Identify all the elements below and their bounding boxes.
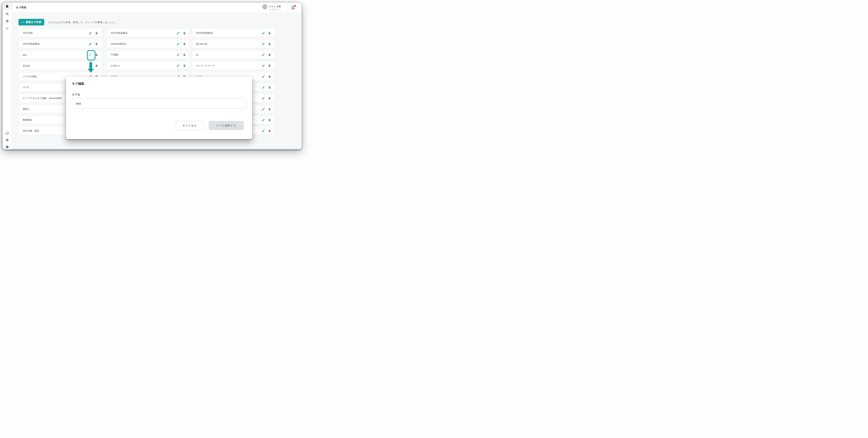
create-tag-button-label: 新規タグ作成 [26,20,41,24]
tag-name: あああ [23,64,30,67]
tag-card-actions [261,105,271,113]
arrow-head-icon [88,69,94,73]
page-description: カスタムタグを作成、管理して、ナレッジを整理しましょう。 [48,21,117,24]
pencil-icon [89,31,92,35]
tag-card: かぼちゃ [107,62,189,70]
trash-icon [268,129,271,132]
tag-name-label: タグ名 [72,93,80,96]
plus-icon: ＋ [22,20,25,24]
tag-name-input[interactable] [72,98,246,109]
pencil-icon [262,53,265,57]
arrow-shaft [89,62,92,69]
edit-tag-button[interactable] [261,107,265,111]
pencil-icon [262,31,265,35]
delete-tag-button[interactable] [183,31,186,35]
trash-icon [183,42,186,45]
app-window: タグ管理 テ太 テスト 太郎 オフライン ＋ 新規タグ作成 カスタムタグを作成、… [2,2,302,150]
pencil-icon [177,64,180,67]
delete-tag-button[interactable] [268,53,271,57]
trash-icon [268,97,271,100]
trash-icon [183,31,186,35]
trash-icon [95,31,98,35]
delete-tag-button[interactable] [183,53,186,57]
avatar[interactable]: テ太 [262,4,267,9]
tag-card-actions [261,127,271,135]
sidebar-item-help[interactable] [2,145,12,149]
delete-tag-button[interactable] [268,42,271,46]
trash-icon [268,42,271,45]
header: タグ管理 テ太 テスト 太郎 オフライン [12,2,302,12]
tag-name: My APLUS [196,43,207,45]
sidebar-item-display[interactable] [2,132,12,135]
tag-name: 2021年春 [23,31,33,35]
delete-tag-button[interactable] [268,64,271,67]
sidebar-item-analytics[interactable] [2,20,12,23]
delete-tag-button[interactable] [95,42,98,46]
tag-card-actions [261,84,271,91]
tag-card: あ [192,51,274,59]
status-text: オフライン [272,8,281,11]
tag-card: クレジットカード [192,62,274,70]
tag-card-actions [176,62,186,70]
tag-name: 2021年秋新製品 [196,31,213,35]
edit-tag-button[interactable] [261,31,265,35]
tag-name: かぼちゃ [111,64,120,67]
create-tag-button[interactable]: ＋ 新規タグ作成 [19,19,44,25]
sidebar-item-settings[interactable] [2,138,12,142]
edit-tag-button[interactable] [261,129,265,133]
pencil-icon [262,75,265,78]
sidebar-item-documents[interactable] [2,5,12,8]
tag-name: test [23,54,27,56]
edit-tag-button[interactable] [261,64,265,67]
edit-tag-button[interactable] [261,75,265,79]
edit-tag-button[interactable] [176,31,180,35]
tag-name: 数量限定 [23,118,32,122]
delete-tag-button[interactable] [268,118,271,122]
delete-tag-button[interactable] [268,129,271,133]
edit-tag-button[interactable] [176,42,180,46]
tag-card: Amazon限定品 [107,40,189,48]
delete-tag-button[interactable] [268,75,271,79]
modal-title: タグ編集 [72,82,84,86]
edit-tag-button[interactable] [261,42,265,46]
sidebar-item-chat[interactable] [2,12,12,16]
pencil-icon [262,107,265,111]
tag-name: クレジットカード [196,64,215,67]
tag-name: 図表と [23,107,30,111]
delete-tag-button[interactable] [268,97,271,100]
tag-name: Amazon限定品 [111,42,126,45]
user-status: オフライン [269,8,281,11]
trash-icon [268,31,271,35]
edit-tag-button[interactable] [89,31,92,35]
trash-icon [268,118,271,122]
tag-card: あああ [20,62,101,70]
edit-tag-button[interactable] [176,53,180,57]
edit-tag-button[interactable] [89,42,92,46]
edit-tag-button[interactable] [261,86,265,89]
tag-card-actions [261,94,271,102]
delete-tag-button[interactable] [183,42,186,46]
pencil-icon [177,42,180,45]
trash-icon [268,53,271,57]
delete-tag-button[interactable] [183,64,186,67]
sidebar-item-users[interactable] [2,27,12,30]
delete-tag-button[interactable] [268,86,271,89]
document-icon [6,5,9,8]
tag-card-actions [261,40,271,48]
notifications-button[interactable] [289,4,297,11]
delete-tag-button[interactable] [95,31,98,35]
tag-card: My APLUS [192,40,274,48]
chat-icon [6,12,9,16]
edit-tag-button[interactable] [261,53,265,57]
delete-tag-button[interactable] [268,31,271,35]
delete-tag-button[interactable] [268,107,271,111]
pencil-icon [262,86,265,89]
edit-tag-button[interactable] [176,64,180,67]
delete-tag-button[interactable] [95,64,98,67]
cancel-button[interactable]: キャンセル [176,121,204,130]
tag-card-actions [176,29,186,37]
edit-tag-button[interactable] [261,97,265,100]
edit-tag-button[interactable] [261,118,265,122]
monitor-icon [6,132,9,135]
submit-edit-button[interactable]: タグを編集する [209,121,244,130]
